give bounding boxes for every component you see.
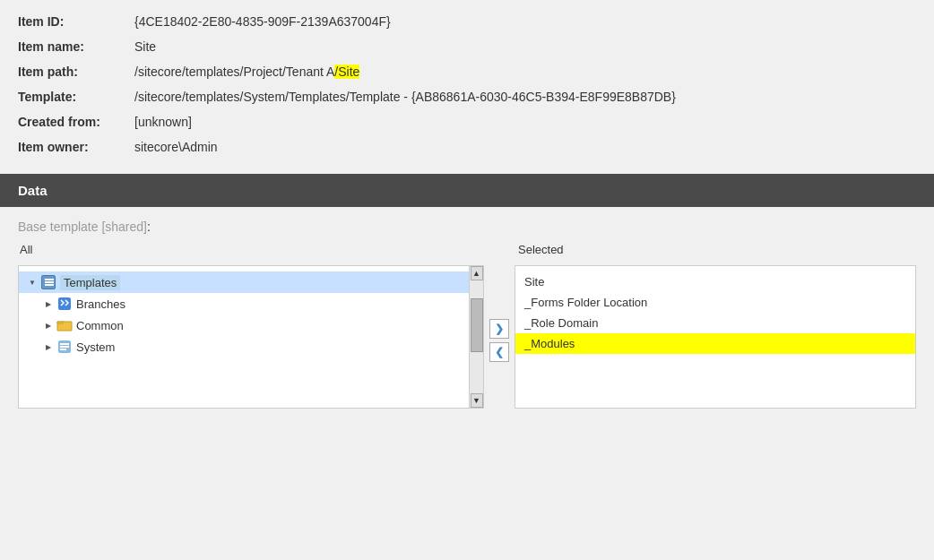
created-from-row: Created from: [unknown] (18, 109, 916, 134)
tree-item-branches[interactable]: Branches (19, 293, 469, 314)
tree-toggle-templates[interactable] (26, 276, 39, 289)
more-label: System (76, 340, 115, 354)
item-name-value: Site (134, 39, 916, 54)
item-owner-row: Item owner: sitecore\Admin (18, 134, 916, 159)
all-column-header: All (18, 243, 484, 260)
tree-scrollbar[interactable]: ▲ ▼ (469, 266, 483, 408)
template-label: Template: (18, 90, 134, 104)
item-name-row: Item name: Site (18, 34, 916, 59)
shared-label: [shared] (101, 220, 147, 234)
item-path-label: Item path: (18, 65, 134, 79)
item-id-row: Item ID: {4CE18402-2E80-4835-909F-2139A6… (18, 9, 916, 34)
item-owner-value: sitecore\Admin (134, 140, 916, 154)
templates-label: Templates (60, 275, 120, 290)
item-path-prefix: /sitecore/templates/Project/Tenant A (134, 65, 334, 79)
item-id-label: Item ID: (18, 14, 134, 29)
picker-headers: All Selected (18, 243, 916, 260)
add-button[interactable]: ❯ (489, 319, 509, 339)
svg-rect-3 (60, 346, 69, 348)
template-icon (40, 274, 56, 290)
selected-panel[interactable]: Site _Forms Folder Location _Role Domain… (515, 265, 916, 409)
svg-rect-2 (60, 343, 69, 345)
data-section-header: Data (0, 174, 934, 207)
template-value: /sitecore/templates/System/Templates/Tem… (134, 90, 916, 104)
created-from-value: [unknown] (134, 115, 916, 129)
scroll-down-button[interactable]: ▼ (471, 393, 483, 408)
common-label: Common (76, 319, 124, 332)
branches-label: Branches (76, 297, 125, 311)
data-section: Base template [shared]: All Selected Tem… (0, 207, 934, 421)
transfer-buttons: ❯ ❮ (484, 319, 515, 362)
info-section: Item ID: {4CE18402-2E80-4835-909F-2139A6… (0, 0, 934, 174)
item-owner-label: Item owner: (18, 140, 134, 154)
tree-item-more[interactable]: System (19, 336, 469, 358)
svg-rect-0 (58, 297, 71, 310)
scroll-up-button[interactable]: ▲ (471, 266, 483, 280)
common-icon (56, 317, 73, 333)
tree-item-common[interactable]: Common (19, 314, 469, 336)
tree-item-templates[interactable]: Templates (19, 271, 469, 293)
item-id-value: {4CE18402-2E80-4835-909F-2139A637004F} (134, 14, 916, 29)
selected-item-role-domain[interactable]: _Role Domain (515, 313, 915, 333)
remove-button[interactable]: ❮ (489, 342, 509, 362)
item-path-value: /sitecore/templates/Project/Tenant A/Sit… (134, 65, 916, 79)
branches-icon (56, 296, 73, 312)
scroll-thumb[interactable] (471, 298, 483, 352)
tree-panel[interactable]: Templates Branches (18, 265, 484, 409)
tree-content: Templates Branches (19, 266, 469, 408)
created-from-label: Created from: (18, 115, 134, 129)
more-icon (56, 339, 73, 355)
tree-toggle-common[interactable] (42, 319, 55, 332)
selected-item-site[interactable]: Site (515, 271, 915, 292)
item-path-row: Item path: /sitecore/templates/Project/T… (18, 59, 916, 84)
template-picker: Templates Branches (18, 265, 916, 409)
selected-item-modules[interactable]: _Modules (515, 333, 915, 354)
selected-column-header: Selected (516, 243, 916, 260)
svg-rect-4 (60, 349, 66, 350)
selected-item-forms-folder[interactable]: _Forms Folder Location (515, 292, 915, 313)
base-template-label: Base template [shared]: (18, 220, 916, 234)
template-row: Template: /sitecore/templates/System/Tem… (18, 84, 916, 109)
tree-toggle-more[interactable] (42, 340, 55, 353)
item-name-label: Item name: (18, 39, 134, 54)
item-path-highlighted: /Site (334, 65, 359, 79)
tree-toggle-branches[interactable] (42, 297, 55, 310)
